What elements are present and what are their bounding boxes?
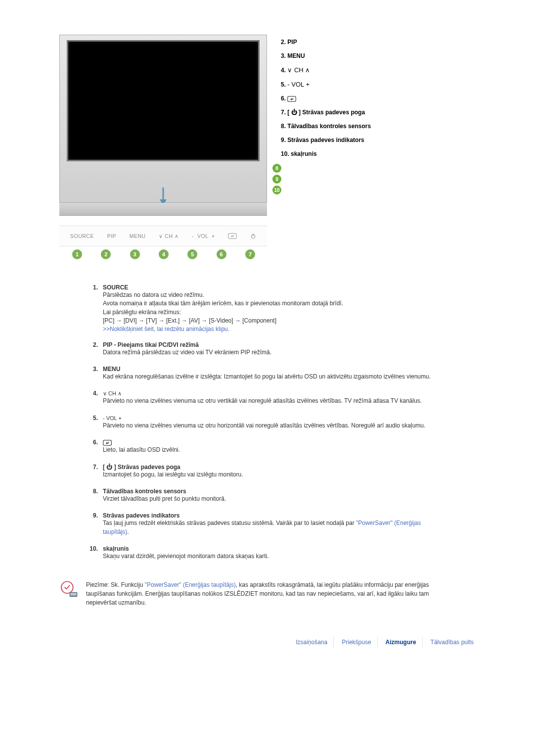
btn-pip: PIP [107,233,116,239]
side-item-10: 10. skaļrunis [281,150,371,157]
side-item-4: 4. ∨ CH ∧ [281,66,371,74]
detail-desc: Datora režīmā pārslēdzas uz video vai TV… [103,348,444,357]
detail-num: 10. [88,545,103,561]
side-item-6: 6. [281,95,371,102]
detail-9: 9. Strāvas padeves indikators Tas ļauj j… [88,512,444,536]
callout-marker-9: 9 [272,175,281,184]
marker-2: 2 [101,249,111,259]
btn-source: SOURCE [70,233,94,239]
arrow-stem [163,188,164,199]
monitor-frame: 8 9 10 [59,35,267,203]
side-item-2: 2. PIP [281,39,371,46]
marker-1: 1 [72,249,82,259]
svg-rect-0 [228,234,237,239]
btn-vol: - VOL + [192,233,215,239]
enter-icon [228,233,237,239]
svg-rect-3 [288,96,296,102]
tab-unpacking[interactable]: Izsaiņošana [290,637,334,648]
detail-title-enter [103,439,444,446]
monitor-buttons-row: SOURCE PIP MENU ∨ CH ∧ - VOL + [59,226,267,246]
monitor-illustration: 8 9 10 SOURCE PIP MENU ∨ CH ∧ - VOL + [59,35,267,259]
detail-title: Tālvadības kontroles sensors [103,488,444,495]
detail-desc: Izmantojiet šo pogu, lai ieslēgtu vai iz… [103,471,444,479]
detail-num: 8. [88,488,103,503]
detail-title: PIP - Pieejams tikai PC/DVI režīmā [103,341,444,348]
btn-menu: MENU [130,233,146,239]
detail-title-ch: ∨ CH ∧ [103,390,444,397]
marker-3: 3 [130,249,140,259]
btn-ch: ∨ CH ∧ [159,233,178,239]
detail-num: 7. [88,464,103,479]
tab-front[interactable]: Priekšpuse [336,637,377,648]
side-item-3: 3. MENU [281,52,371,59]
detail-title: Strāvas padeves indikators [103,512,444,519]
detail-title-vol: - VOL + [103,415,444,422]
button-details-list: 1. SOURCE Pārslēdzas no datora uz video … [88,284,444,561]
detail-num: 3. [88,366,103,381]
detail-1: 1. SOURCE Pārslēdzas no datora uz video … [88,284,444,332]
top-section: 8 9 10 SOURCE PIP MENU ∨ CH ∧ - VOL + [59,35,480,259]
detail-6: 6. Lieto, lai atlasītu OSD izvēlni. [88,439,444,454]
svg-rect-4 [103,440,112,446]
detail-4: 4. ∨ CH ∧ Pārvieto no viena izvēlnes vie… [88,390,444,405]
animation-clip-link[interactable]: >>Noklikšķiniet šeit, lai redzētu animāc… [103,326,229,332]
detail-num: 4. [88,390,103,405]
callout-marker-10: 10 [272,186,281,194]
side-item-7: 7. [ ⏻ ] Strāvas padeves poga [281,109,371,116]
enter-icon [287,96,296,102]
detail-desc: Tas ļauj jums redzēt elektriskās strāvas… [103,519,444,536]
detail-title: [ ⏻ ] Strāvas padeves poga [103,464,444,471]
marker-4: 4 [159,249,169,259]
detail-num: 2. [88,341,103,357]
detail-desc: Lieto, lai atlasītu OSD izvēlni. [103,446,444,454]
monitor-screen [67,40,260,161]
vol-icon: - VOL + [287,81,310,88]
detail-desc: Pārvieto no viena izvēlnes vienuma uz ot… [103,422,444,430]
detail-3: 3. MENU Kad ekrāna noregulēšanas izvēlne… [88,366,444,381]
marker-7: 7 [245,249,255,259]
bottom-nav-tabs: Izsaiņošana Priekšpuse Aizmugure Tālvadī… [59,637,480,648]
marker-6: 6 [217,249,226,259]
side-callouts: 8 9 10 [272,164,281,194]
detail-desc: Virziet tālvadības pulti pret šo punktu … [103,495,444,503]
side-item-8: 8. Tālvadības kontroles sensors [281,123,371,130]
vol-icon: - VOL + [103,415,122,421]
detail-desc: Kad ekrāna noregulēšanas izvēlne ir izsl… [103,373,444,381]
detail-10: 10. skaļrunis Skaņu varat dzirdēt, pievi… [88,545,444,561]
side-item-5: 5. - VOL + [281,81,371,88]
detail-8: 8. Tālvadības kontroles sensors Virziet … [88,488,444,503]
power-icon [250,233,256,239]
svg-rect-7 [70,593,77,596]
detail-num: 9. [88,512,103,536]
note-text: Piezīme: Sk. Funkciju "PowerSaver" (Ener… [86,580,455,607]
ch-icon: ∨ CH ∧ [103,390,122,396]
ch-icon: ∨ CH ∧ [287,66,310,74]
note-icon [59,580,79,600]
detail-2: 2. PIP - Pieejams tikai PC/DVI režīmā Da… [88,341,444,357]
detail-7: 7. [ ⏻ ] Strāvas padeves poga Izmantojie… [88,464,444,479]
detail-title: SOURCE [103,284,444,291]
detail-title: skaļrunis [103,545,444,552]
detail-title: MENU [103,366,444,373]
marker-5: 5 [187,249,197,259]
button-markers-row: 1 2 3 4 5 6 7 [59,249,267,259]
side-legend: 2. PIP 3. MENU 4. ∨ CH ∧ 5. - VOL + 6. 7… [281,35,371,164]
side-item-9: 9. Strāvas padeves indikators [281,137,371,143]
tab-rear[interactable]: Aizmugure [380,637,423,648]
enter-icon [103,440,112,446]
detail-desc: Pārvieto no viena izvēlnes vienuma uz ot… [103,397,444,405]
detail-desc: Pārslēdzas no datora uz video režīmu. Av… [103,291,444,326]
detail-num: 6. [88,439,103,454]
detail-num: 5. [88,415,103,430]
detail-5: 5. - VOL + Pārvieto no viena izvēlnes vi… [88,415,444,430]
tab-remote[interactable]: Tālvadības pults [425,637,480,648]
monitor-base [59,203,267,216]
detail-desc: Skaņu varat dzirdēt, pievienojot monitor… [103,552,444,561]
powersaver-link-note[interactable]: "PowerSaver" (Enerģijas taupītājs) [145,581,236,588]
note-box: Piezīme: Sk. Funkciju "PowerSaver" (Ener… [59,580,455,607]
detail-num: 1. [88,284,103,332]
callout-marker-8: 8 [272,164,281,173]
